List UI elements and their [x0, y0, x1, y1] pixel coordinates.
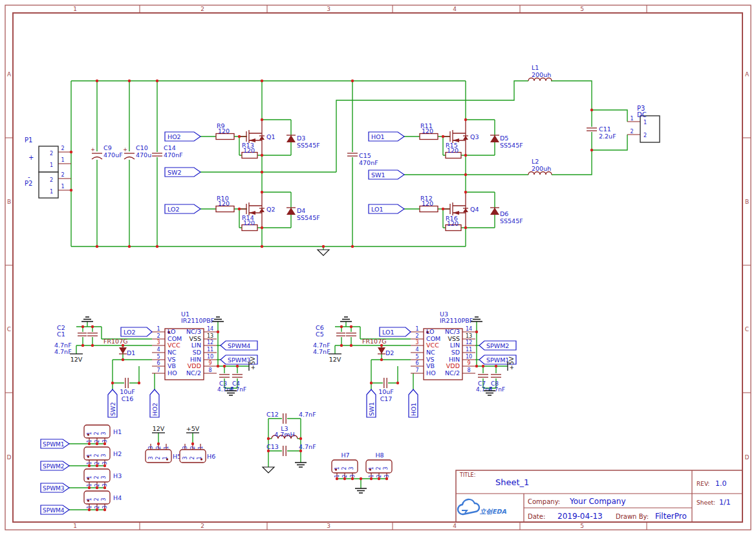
- net-flag-sw1-drv: SW1: [367, 389, 376, 417]
- net-label: HO2: [167, 133, 181, 140]
- resistor-r16[interactable]: R16 120: [446, 215, 461, 231]
- ground-symbol: [355, 488, 367, 493]
- capacitor-c11[interactable]: C11 2.2uF: [586, 126, 616, 140]
- net-flag-ho2[interactable]: HO2: [165, 132, 200, 141]
- inductor-l2[interactable]: L2 200uh: [528, 158, 552, 175]
- pin-name: VCC: [167, 342, 180, 349]
- resistor-r12[interactable]: R12 120: [420, 195, 438, 212]
- col-label: 5: [580, 6, 584, 12]
- schematic-canvas[interactable]: + 1 2 3 1 2 3 3 2 1 3 2 1: [0, 0, 756, 535]
- pin-number: 2: [50, 151, 53, 157]
- pin-number: 11: [207, 347, 213, 353]
- resistor-r10[interactable]: R10 120: [216, 195, 234, 212]
- net-label: SPWM3: [228, 356, 250, 364]
- net-5v: +5V: [249, 356, 256, 370]
- diode-d4[interactable]: D4 SS545F: [286, 207, 320, 221]
- date-label: Date:: [528, 513, 545, 520]
- ground-symbol: [318, 250, 329, 256]
- pin-name: LO: [167, 328, 175, 335]
- ref-l2: L2: [532, 158, 539, 165]
- net-flag-spwm1-in[interactable]: SPWM1: [41, 439, 69, 448]
- resistor-r15[interactable]: R15 120: [446, 142, 461, 158]
- col-label: 3: [327, 6, 330, 12]
- pin-number: 13: [466, 333, 472, 339]
- ref-c5: C5: [316, 331, 324, 338]
- capacitor-c14[interactable]: C14 470nF: [151, 144, 183, 158]
- pin-number: 12: [466, 340, 472, 345]
- net-flag-sw1[interactable]: SW1: [369, 170, 404, 179]
- val-d2: FR107G: [362, 338, 387, 345]
- p1-plus: +: [28, 154, 34, 161]
- val-l1: 200uh: [532, 71, 551, 78]
- header-h5[interactable]: H5 12V: [146, 425, 181, 463]
- col-label: 2: [200, 523, 204, 529]
- part-u1: IR2110PBF: [181, 317, 214, 324]
- easyeda-logo-icon: [458, 499, 479, 514]
- pin-number: 2: [630, 129, 633, 135]
- pin-number: 7: [415, 367, 418, 373]
- val-r10: 120: [218, 200, 230, 207]
- pin-number: 3: [157, 340, 160, 345]
- header-h3[interactable]: H3: [84, 469, 122, 489]
- filter-c13[interactable]: C13 4.7nF: [266, 443, 316, 457]
- connector-p2[interactable]: - P2 2 2 1 1: [25, 172, 65, 198]
- ref-d4: D4: [297, 207, 305, 214]
- wire-layer[interactable]: [69, 81, 627, 510]
- net-flag-spwm2-in[interactable]: SPWM2: [41, 461, 69, 470]
- pin-number: 1: [415, 326, 418, 332]
- header-h8[interactable]: H8: [366, 452, 392, 480]
- val-r15: 120: [447, 147, 459, 154]
- ref-p1: P1: [25, 136, 32, 144]
- rev-label: REV:: [697, 481, 709, 487]
- net-flag-spwm2: SPWM2: [479, 341, 516, 350]
- net-flag-spwm3-in[interactable]: SPWM3: [41, 483, 69, 492]
- net-label: SW2: [109, 402, 116, 416]
- header-h6[interactable]: H6 +5V: [180, 425, 215, 463]
- net-label: SPWM2: [486, 342, 509, 349]
- net-label: SPWM1: [486, 356, 509, 364]
- header-h4[interactable]: H4: [84, 491, 122, 511]
- resistor-r14[interactable]: R14 120: [242, 214, 257, 231]
- net-flag-lo2[interactable]: LO2: [165, 204, 200, 213]
- capacitor-c10[interactable]: C10 470uF: [123, 144, 155, 160]
- col-label: 5: [580, 523, 584, 529]
- header-h1[interactable]: H1: [84, 425, 122, 445]
- pin-name: NC/2: [186, 369, 201, 377]
- val-c14: 470nF: [164, 151, 183, 158]
- connector-p3[interactable]: P3 DC 1 1 2 2: [630, 105, 660, 142]
- filter-c12[interactable]: C12 4.7nF: [266, 411, 316, 424]
- pin-number: 11: [466, 347, 472, 353]
- net-flag-ho1[interactable]: HO1: [369, 132, 404, 141]
- header-h2[interactable]: H2: [84, 447, 122, 467]
- resistor-r11[interactable]: R11 120: [420, 122, 438, 140]
- val-d6: SS545F: [500, 217, 523, 224]
- net-flag-lo1[interactable]: LO1: [369, 204, 404, 213]
- val-c13: 4.7nF: [299, 443, 316, 450]
- capacitor-c15[interactable]: C15 470nF: [347, 152, 378, 166]
- ref-q4: Q4: [470, 206, 479, 213]
- filter-l3[interactable]: L3 4.7mH: [272, 425, 297, 439]
- ref-q1: Q1: [266, 133, 275, 140]
- inductor-l1[interactable]: L1 200uh: [528, 64, 552, 81]
- resistor-r9[interactable]: R9 120: [216, 122, 234, 140]
- net-flag-spwm4-in[interactable]: SPWM4: [41, 505, 69, 514]
- pin-name: LIN: [191, 342, 201, 349]
- diode-d3[interactable]: D3 SS545F: [286, 135, 320, 149]
- net-flag-sw2[interactable]: SW2: [165, 168, 200, 177]
- header-h7[interactable]: H7: [332, 452, 358, 480]
- connector-p1[interactable]: P1 + 2 2 1 1: [25, 136, 65, 172]
- val-d4: SS545F: [297, 214, 320, 221]
- ref-c16: C16: [122, 395, 134, 402]
- pin-number: 5: [157, 354, 160, 360]
- capacitor-c9[interactable]: C9 470uF: [91, 144, 122, 160]
- sheet-title: Sheet_1: [495, 477, 529, 487]
- val-c15: 470nF: [359, 159, 378, 166]
- ref-d2: D2: [385, 349, 394, 356]
- pin-number: 10: [466, 354, 472, 360]
- ref-c15: C15: [359, 152, 371, 159]
- pin-number: 6: [415, 360, 418, 366]
- ref-h2: H2: [113, 450, 122, 457]
- ref-h3: H3: [113, 472, 122, 479]
- val-c9: 470uF: [103, 151, 123, 158]
- resistor-r13[interactable]: R13 120: [242, 142, 257, 158]
